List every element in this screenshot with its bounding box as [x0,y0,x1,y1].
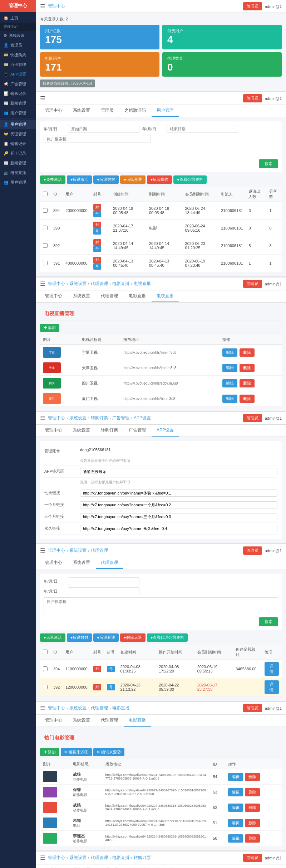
tab-tv-mgmtcenter[interactable]: 管理中心 [40,290,67,302]
bc-agent-home[interactable]: 管理中心 [48,548,65,554]
hamburger-icon-5[interactable]: ☰ [40,547,45,554]
bc-agent-agent[interactable]: 代理管理 [91,548,108,554]
tv-delete-btn[interactable]: 删除 [240,348,255,357]
bc-movies-agent[interactable]: 代理管理 [91,705,108,711]
agent-btn-back-open[interactable]: ●后退开通 [93,633,119,642]
movie-edit-btn-4[interactable]: 编辑 [228,819,243,827]
breadcrumb-item-home[interactable]: 管理中心 [48,3,65,9]
agent-row-check[interactable] [43,666,48,671]
movie-delete-btn-2[interactable]: 删除 [245,788,260,796]
sidebar-item-system[interactable]: ⚙系统设置 [0,31,36,40]
movie-delete-btn-5[interactable]: 删除 [245,834,260,843]
tab-movies-mgmt[interactable]: 管理中心 [40,715,67,727]
sidebar-item-app[interactable]: 📱APP设置 [0,69,36,79]
tab-pay-sys[interactable]: 系统设置 [68,864,95,868]
tv-delete-btn-2[interactable]: 删除 [240,364,255,372]
admin-button-3[interactable]: 管理员 [243,280,262,288]
sidebar-item-open[interactable]: 🔑开卡记录 [0,149,36,158]
bc-app-ads[interactable]: 广告管理 [112,415,129,421]
agent-date-start[interactable] [68,577,139,585]
sidebar-item-ads[interactable]: 📢广告管理 [0,79,36,89]
agent-btn-release[interactable]: ●解除后退 [120,633,146,642]
sidebar-item-staff[interactable]: 👤管理员 [0,40,36,50]
bc-pay-order[interactable]: 转购订票 [134,855,151,861]
bc-agent-sys[interactable]: 系统设置 [69,548,87,554]
sidebar-item-agents[interactable]: 🤝代理管理 [0,129,36,139]
account-search-input[interactable] [44,135,151,143]
link-3month-input[interactable] [80,513,277,520]
date-input-start[interactable] [68,125,139,133]
tab-app-sys[interactable]: 系统设置 [68,425,95,437]
row-checkbox[interactable] [43,208,48,213]
admin-button-2[interactable]: 管理员 [243,94,262,102]
hamburger-icon-4[interactable]: ☰ [40,415,45,421]
agent-detail-btn[interactable]: 详情 [265,662,279,676]
bc-pay-agent[interactable]: 代理管理 [91,855,108,861]
search-button[interactable]: 搜索 [259,159,278,168]
movie-edit-src2-btn[interactable]: ✏ 编辑来源② [93,748,124,756]
movie-delete-btn-4[interactable]: 删除 [245,819,260,827]
sidebar-item-orders[interactable]: 🎫快捷购票 [0,50,36,60]
tab-tv-tv[interactable]: 电视直播 [152,290,179,302]
tab-mgmtcenter[interactable]: 管理中心 [40,105,67,117]
tab-pay-mgmt[interactable]: 管理中心 [40,864,67,868]
agent-account-textarea[interactable] [44,597,278,615]
tab-tv-agent[interactable]: 代理管理 [96,290,123,302]
tab-tv-movie[interactable]: 电影直播 [124,290,151,302]
tab-app-order[interactable]: 转购订票 [96,425,123,437]
movie-add-btn[interactable]: ✚ 添加 [40,748,59,756]
agent-search-btn[interactable]: 搜索 [259,617,278,626]
bc-movie[interactable]: 电影直播 [112,281,129,287]
tv-edit-btn-3[interactable]: 编辑 [222,379,237,387]
agent-btn-back-ban[interactable]: ●后退封封 [67,633,92,642]
agent-select-all[interactable] [43,650,48,654]
btn-free-activate[interactable]: ●免费激活 [40,175,65,184]
tab-usermgmt[interactable]: 用户管理 [152,105,179,117]
tab-agent-agent[interactable]: 代理管理 [96,557,123,569]
movie-edit-btn-1[interactable]: 编辑 [228,773,243,781]
agent-date-end[interactable] [68,587,139,595]
hamburger-icon-3[interactable]: ☰ [40,280,45,287]
bc-home[interactable]: 管理中心 [48,281,65,287]
movie-edit-src1-btn[interactable]: ✏ 编辑来源① [61,748,92,756]
sidebar-item-usermgmt[interactable]: 👤用户管理 [0,120,36,129]
tab-app-app[interactable]: APP设置 [152,425,179,437]
sidebar-item-home[interactable]: 🏠主页 [0,13,36,23]
tv-delete-btn-3[interactable]: 删除 [240,379,255,387]
agent-btn-back-activate[interactable]: ●后退激活 [40,633,65,642]
link-perm-input[interactable] [80,525,277,532]
tv-delete-btn-4[interactable]: 删除 [240,395,255,403]
bc-pay-sys[interactable]: 系统设置 [69,855,87,861]
movie-edit-btn-2[interactable]: 编辑 [228,788,243,796]
movie-delete-btn-3[interactable]: 删除 [245,804,260,812]
btn-continue[interactable]: ●后续开通 [120,175,146,184]
bc-movies-home[interactable]: 管理中心 [48,705,65,711]
tab-agent-sys[interactable]: 系统设置 [68,557,95,569]
tv-edit-btn-4[interactable]: 编辑 [222,395,237,403]
sidebar-item-users[interactable]: 👥用户管理 [0,108,36,118]
sidebar-item-sales2[interactable]: 📋销售记录 [0,139,36,149]
tv-edit-btn-2[interactable]: 编辑 [222,364,237,372]
bc-app-order[interactable]: 转购订票 [91,415,108,421]
row-checkbox[interactable] [43,261,48,265]
btn-company-info[interactable]: ●查看公司资料 [173,175,207,184]
sidebar-item-usermgmt2[interactable]: 👥用户管理 [0,178,36,187]
tv-edit-btn[interactable]: 编辑 [222,348,237,357]
bc-sys[interactable]: 系统设置 [69,281,87,287]
tab-agent-mgmt[interactable]: 管理中心 [40,557,67,569]
admin-button[interactable]: 管理员 [243,2,262,10]
admin-button-5[interactable]: 管理员 [243,546,262,555]
bc-pay-home[interactable]: 管理中心 [48,855,65,861]
bc-movies-sys[interactable]: 系统设置 [69,705,87,711]
sidebar-item-points[interactable]: 💳点卡管理 [0,60,36,69]
sidebar-item-sales[interactable]: 📊销售记录 [0,89,36,98]
tab-pay-order[interactable]: 转购订票 [152,864,179,868]
admin-button-4[interactable]: 管理员 [243,414,262,422]
sidebar-item-tv[interactable]: 📺电视直播 [0,168,36,178]
bc-movies-movie[interactable]: 电影直播 [112,705,129,711]
btn-ops[interactable]: ●后续操作 [147,175,172,184]
hamburger-icon-2[interactable]: ☰ [40,95,45,102]
movie-edit-btn-5[interactable]: 编辑 [228,834,243,843]
tab-app-ads[interactable]: 广告管理 [124,425,151,437]
tab-pay-agent[interactable]: 代理管理 [96,864,123,868]
